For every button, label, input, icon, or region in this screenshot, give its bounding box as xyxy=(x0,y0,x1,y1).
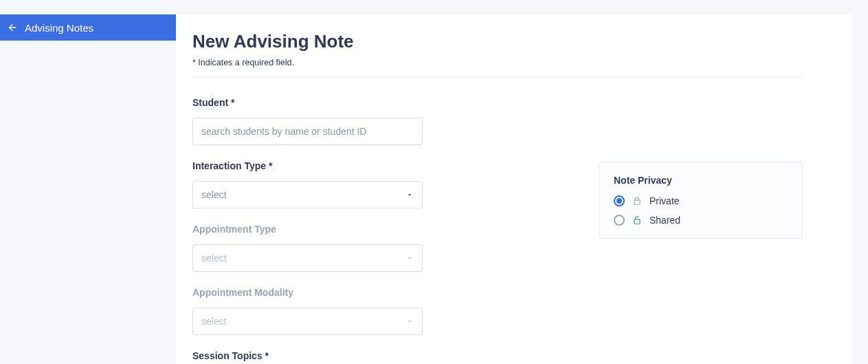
student-field-group: Student * xyxy=(192,97,803,145)
note-privacy-panel: Note Privacy Private xyxy=(599,162,803,239)
top-bar xyxy=(0,0,868,14)
form-row: Interaction Type * select Appointment Ty… xyxy=(192,160,803,364)
appointment-type-field-group: Appointment Type select xyxy=(192,224,529,272)
appointment-modality-label: Appointment Modality xyxy=(192,287,529,298)
arrow-left-icon xyxy=(7,22,18,33)
form-col-left: Interaction Type * select Appointment Ty… xyxy=(192,160,529,364)
required-field-note: * Indicates a required field. xyxy=(192,58,803,67)
appointment-type-value: select xyxy=(201,253,227,264)
sidebar: Advising Notes xyxy=(0,14,176,364)
privacy-option-private[interactable]: Private xyxy=(614,195,788,206)
privacy-shared-label: Shared xyxy=(649,215,680,226)
caret-down-icon xyxy=(405,191,414,199)
radio-icon xyxy=(614,215,625,226)
student-search-input[interactable] xyxy=(201,118,414,144)
sidebar-back-label: Advising Notes xyxy=(25,22,93,34)
appointment-type-select[interactable]: select xyxy=(192,244,423,272)
content: New Advising Note * Indicates a required… xyxy=(176,14,852,364)
appointment-modality-field-group: Appointment Modality select xyxy=(192,287,529,335)
student-label: Student * xyxy=(192,97,803,108)
note-privacy-title: Note Privacy xyxy=(614,175,788,186)
interaction-type-select[interactable]: select xyxy=(192,181,423,208)
page-title: New Advising Note xyxy=(192,31,803,52)
radio-icon xyxy=(614,195,625,206)
content-outer: New Advising Note * Indicates a required… xyxy=(176,14,868,364)
svg-rect-1 xyxy=(634,220,640,224)
svg-rect-0 xyxy=(634,200,640,204)
form-col-right: Note Privacy Private xyxy=(599,160,803,239)
session-topics-label: Session Topics * xyxy=(192,350,529,361)
session-topics-field-group: Session Topics * xyxy=(192,350,529,361)
caret-down-icon xyxy=(405,317,414,325)
interaction-type-field-group: Interaction Type * select xyxy=(192,160,529,208)
sidebar-back-advising-notes[interactable]: Advising Notes xyxy=(0,14,176,41)
lock-closed-icon xyxy=(632,195,643,206)
appointment-modality-value: select xyxy=(201,316,227,327)
caret-down-icon xyxy=(405,254,414,262)
interaction-type-label: Interaction Type * xyxy=(192,160,529,171)
layout: Advising Notes New Advising Note * Indic… xyxy=(0,14,868,364)
appointment-type-label: Appointment Type xyxy=(192,224,529,235)
lock-open-icon xyxy=(632,215,643,226)
appointment-modality-select[interactable]: select xyxy=(192,308,423,335)
divider xyxy=(192,77,803,78)
privacy-option-shared[interactable]: Shared xyxy=(614,215,788,226)
privacy-private-label: Private xyxy=(649,195,680,206)
student-search-input-wrapper[interactable] xyxy=(192,118,423,145)
interaction-type-value: select xyxy=(201,189,227,200)
